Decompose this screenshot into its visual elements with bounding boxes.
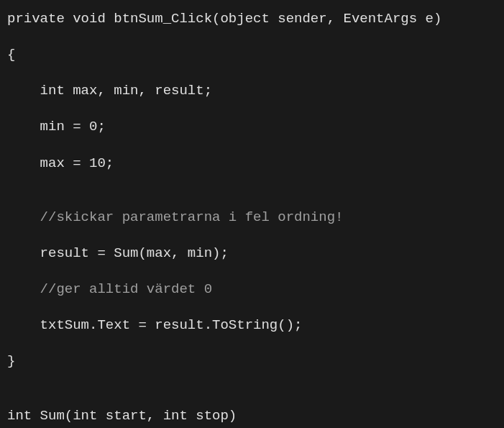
code-line: result = Sum(max, min); bbox=[7, 245, 497, 263]
code-line: max = 10; bbox=[7, 155, 497, 173]
code-line: private void btnSum_Click(object sender,… bbox=[7, 10, 497, 28]
code-line: int Sum(int start, int stop) bbox=[7, 407, 497, 425]
code-block: private void btnSum_Click(object sender,… bbox=[7, 10, 497, 428]
code-line-comment: //ger alltid värdet 0 bbox=[7, 281, 497, 299]
code-line-comment: //skickar parametrarna i fel ordning! bbox=[7, 209, 497, 227]
code-line: int max, min, result; bbox=[7, 82, 497, 100]
code-line: { bbox=[7, 46, 497, 64]
code-line: min = 0; bbox=[7, 118, 497, 136]
code-line: } bbox=[7, 352, 497, 370]
code-line: txtSum.Text = result.ToString(); bbox=[7, 317, 497, 334]
